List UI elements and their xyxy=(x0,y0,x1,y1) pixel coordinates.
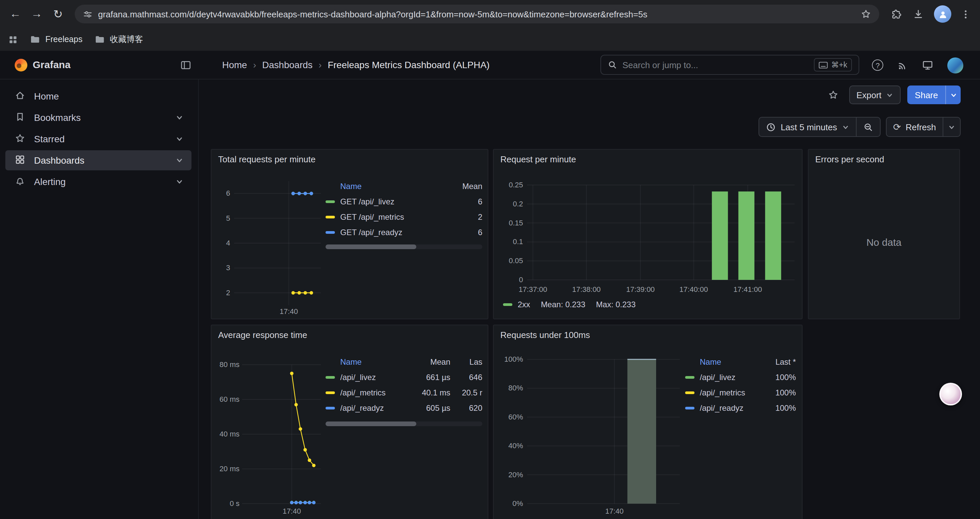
apps-grid-icon[interactable] xyxy=(8,34,18,45)
scrollbar-thumb[interactable] xyxy=(326,422,417,426)
svg-text:100%: 100% xyxy=(504,355,523,363)
no-data-message: No data xyxy=(808,236,959,248)
download-icon[interactable] xyxy=(913,8,924,20)
share-menu-chevron[interactable] xyxy=(945,86,961,104)
series-point xyxy=(310,291,313,295)
favorite-star-icon[interactable] xyxy=(827,89,838,100)
series-color-dash xyxy=(685,406,694,409)
sidebar-item-bookmarks[interactable]: Bookmarks xyxy=(5,107,191,128)
legend-row[interactable]: /api/_readyz100% xyxy=(685,400,796,415)
sidebar-item-starred[interactable]: Starred xyxy=(5,129,191,149)
sidebar-toggle-icon[interactable] xyxy=(180,59,191,73)
browser-menu-icon[interactable] xyxy=(961,9,970,19)
panel-title[interactable]: Average response time xyxy=(218,330,307,340)
bookmark-star-icon[interactable] xyxy=(861,9,871,19)
search-input[interactable] xyxy=(622,60,808,70)
series-point xyxy=(310,192,313,195)
request-per-minute-chart[interactable]: 17:37:0017:38:0017:39:0017:40:0017:41:00… xyxy=(496,170,800,297)
series-color-dash xyxy=(326,406,335,409)
url-input[interactable] xyxy=(98,9,855,19)
panel-title[interactable]: Total requests per minute xyxy=(218,154,315,164)
svg-text:60 ms: 60 ms xyxy=(220,395,240,404)
panel-title[interactable]: Requests under 100ms xyxy=(500,330,590,340)
breadcrumb-dashboards[interactable]: Dashboards xyxy=(262,59,313,70)
svg-text:40 ms: 40 ms xyxy=(220,430,240,438)
refresh-button[interactable]: ⟳ Refresh xyxy=(886,118,943,136)
url-bar[interactable] xyxy=(75,5,879,23)
legend-row[interactable]: GET /api/_livez6 xyxy=(326,194,482,209)
legend-row[interactable]: GET /api/_metrics2 xyxy=(326,209,482,224)
breadcrumb-current: Freeleaps Metrics Dashboard (ALPHA) xyxy=(328,59,490,70)
svg-text:17:40: 17:40 xyxy=(283,507,301,515)
extensions-icon[interactable] xyxy=(891,8,902,20)
export-button[interactable]: Export xyxy=(849,86,900,104)
series-point xyxy=(304,448,307,452)
time-range-button[interactable]: Last 5 minutes xyxy=(759,118,856,136)
search-box[interactable]: ⌘+k xyxy=(600,55,859,75)
legend-table: NameMeanGET /api/_livez6GET /api/_metric… xyxy=(326,179,482,240)
svg-text:17:38:00: 17:38:00 xyxy=(572,285,601,294)
legend-row[interactable]: GET /api/_readyz6 xyxy=(326,224,482,240)
svg-text:17:41:00: 17:41:00 xyxy=(733,285,762,294)
display-icon[interactable] xyxy=(922,59,933,71)
chevron-down-icon xyxy=(948,123,955,131)
total-requests-chart[interactable]: 17:4065432 xyxy=(214,170,325,318)
breadcrumb-home[interactable]: Home xyxy=(222,59,247,70)
grafana-app: Grafana Home › Dashboards › Freeleaps Me… xyxy=(0,51,980,519)
legend-scrollbar[interactable] xyxy=(326,422,482,426)
legend-header[interactable]: NameLast * xyxy=(685,355,796,369)
legend-row[interactable]: /api/_livez661 µs646 xyxy=(326,369,482,385)
legend-row[interactable]: /api/_readyz605 µs620 xyxy=(326,400,482,415)
search-shortcut: ⌘+k xyxy=(814,58,852,72)
svg-text:3: 3 xyxy=(226,263,230,272)
legend-max: Max: 0.233 xyxy=(596,300,636,309)
refresh-interval-chevron[interactable] xyxy=(943,118,960,136)
svg-text:6: 6 xyxy=(226,189,230,197)
average-response-time-chart[interactable]: 17:4080 ms60 ms40 ms20 ms0 s xyxy=(214,345,325,519)
sidebar-item-dashboards[interactable]: Dashboards xyxy=(5,150,191,170)
legend-header[interactable]: NameMean xyxy=(326,179,482,194)
clock-icon xyxy=(766,122,776,132)
svg-text:5: 5 xyxy=(226,214,230,222)
legend-series-name: 2xx xyxy=(518,300,530,309)
chevron-down-icon[interactable] xyxy=(175,178,183,186)
requests-under-100ms-chart[interactable]: 17:40100%80%60%40%20%0% xyxy=(496,345,683,519)
sidebar-item-alerting[interactable]: Alerting xyxy=(5,172,191,192)
chevron-down-icon[interactable] xyxy=(175,113,183,121)
bookmark-item-blogs[interactable]: 收藏博客 xyxy=(94,34,143,45)
bookmark-item-freeleaps[interactable]: Freeleaps xyxy=(30,34,83,45)
share-button[interactable]: Share xyxy=(908,86,961,104)
news-rss-icon[interactable] xyxy=(897,60,908,70)
legend-row[interactable]: /api/_livez100% xyxy=(685,369,796,385)
legend-row[interactable]: /api/_metrics100% xyxy=(685,385,796,400)
panel-title[interactable]: Errors per second xyxy=(815,154,884,164)
floating-avatar[interactable] xyxy=(939,383,962,406)
legend-scrollbar[interactable] xyxy=(326,244,482,249)
reload-icon[interactable]: ↻ xyxy=(48,4,68,24)
forward-icon[interactable]: → xyxy=(27,4,47,24)
panel-requests-under-100ms: Requests under 100ms 17:40100%80%60%40%2… xyxy=(493,325,803,519)
home-icon xyxy=(15,90,25,102)
dashboard-main: Export Share Last 5 minutes xyxy=(199,80,980,519)
bell-icon xyxy=(15,175,25,188)
site-info-icon[interactable] xyxy=(83,9,93,19)
scrollbar-thumb[interactable] xyxy=(326,244,417,249)
series-color-dash xyxy=(326,200,335,203)
chevron-down-icon[interactable] xyxy=(175,135,183,143)
panel-title[interactable]: Request per minute xyxy=(500,154,576,164)
sidebar-item-home[interactable]: Home xyxy=(5,86,191,106)
zoom-out-button[interactable] xyxy=(856,118,880,136)
user-avatar[interactable] xyxy=(947,57,963,73)
back-icon[interactable]: ← xyxy=(5,4,25,24)
help-icon[interactable]: ? xyxy=(872,59,883,71)
grafana-logo[interactable] xyxy=(15,59,27,72)
share-label[interactable]: Share xyxy=(908,86,945,104)
chevron-down-icon[interactable] xyxy=(175,156,183,164)
legend-row[interactable]: /api/_metrics40.1 ms20.5 r xyxy=(326,385,482,400)
profile-avatar[interactable] xyxy=(934,5,951,23)
bar xyxy=(712,192,728,280)
grafana-header: Grafana Home › Dashboards › Freeleaps Me… xyxy=(0,51,980,80)
bar-legend[interactable]: 2xx Mean: 0.233 Max: 0.233 xyxy=(503,300,636,309)
legend-header[interactable]: NameMeanLas xyxy=(326,355,482,369)
chevron-down-icon xyxy=(950,91,957,99)
